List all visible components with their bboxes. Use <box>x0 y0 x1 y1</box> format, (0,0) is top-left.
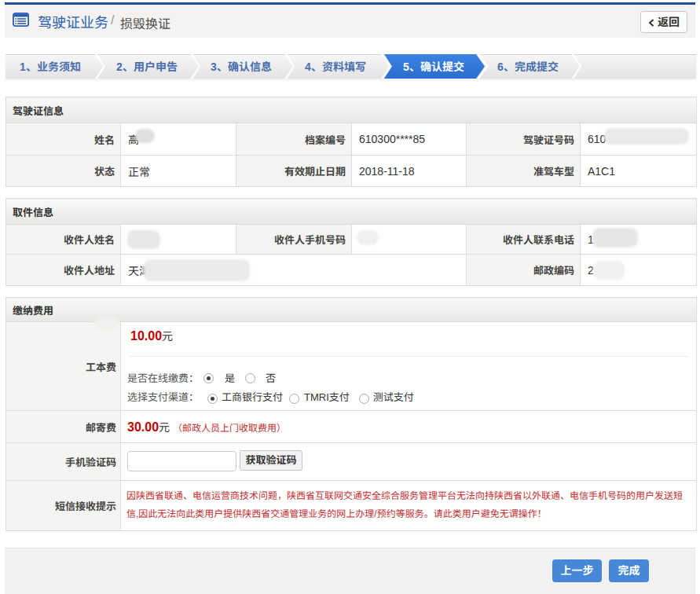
svg-text:5、确认提交: 5、确认提交 <box>403 60 464 73</box>
svg-text:6、完成提交: 6、完成提交 <box>497 60 559 73</box>
svg-text:1、业务须知: 1、业务须知 <box>20 60 81 73</box>
svg-text:3、确认信息: 3、确认信息 <box>211 60 272 73</box>
svg-text:4、资料填写: 4、资料填写 <box>305 60 366 73</box>
svg-text:2、用户申告: 2、用户申告 <box>116 60 178 73</box>
